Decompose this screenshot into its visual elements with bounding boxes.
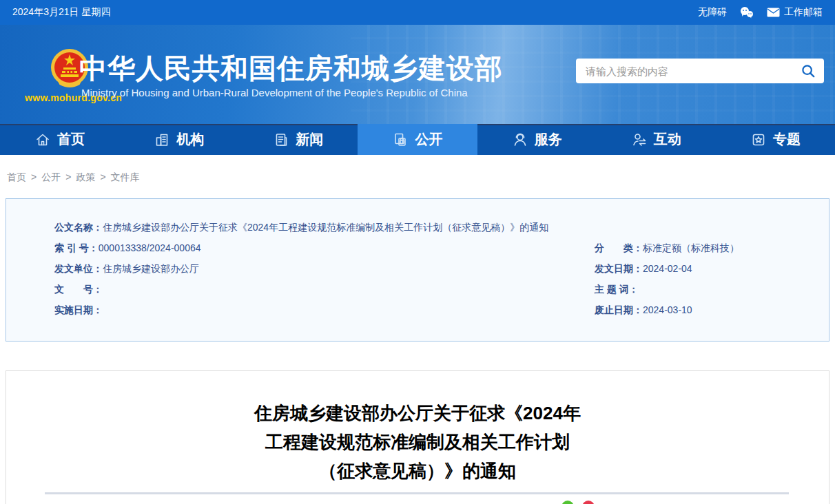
wechat-icon[interactable]: [739, 6, 754, 19]
doc-repeal-date-label: 废止日期：: [595, 304, 643, 315]
breadcrumb-home[interactable]: 首页: [7, 171, 26, 182]
doc-category-label: 分 类：: [595, 242, 643, 253]
doc-name-value: 住房城乡建设部办公厅关于征求《2024年工程建设规范标准编制及相关工作计划（征求…: [103, 222, 548, 233]
breadcrumb: 首页>公开>政策>文件库: [0, 155, 835, 198]
doc-category-row: 分 类：标准定额（标准科技）: [595, 238, 808, 258]
search-icon: [801, 63, 816, 78]
doc-number-label: 文 号：: [54, 284, 103, 295]
nav-label: 新闻: [296, 130, 323, 149]
disclosure-icon: [392, 132, 409, 148]
doc-issue-date-value: 2024-02-04: [643, 263, 692, 274]
nav-item-service[interactable]: 服务: [477, 124, 597, 155]
breadcrumb-separator: >: [31, 171, 37, 182]
doc-implementation-date-label: 实施日期：: [54, 304, 103, 315]
doc-category-value: 标准定额（标准科技）: [643, 242, 739, 253]
work-mailbox-label: 工作邮箱: [784, 6, 823, 19]
doc-name-label: 公文名称：: [54, 222, 103, 233]
search-button[interactable]: [799, 62, 817, 80]
accessibility-link[interactable]: 无障碍: [698, 6, 727, 19]
top-utility-bar: 2024年3月21日 星期四 无障碍 工作邮箱: [0, 0, 835, 25]
topics-icon: [750, 132, 767, 148]
interaction-icon: [631, 132, 648, 148]
home-icon: [34, 132, 51, 148]
doc-subject-label: 主 题 词：: [595, 284, 639, 295]
breadcrumb-policy[interactable]: 政策: [76, 171, 95, 182]
breadcrumb-disclosure[interactable]: 公开: [41, 171, 61, 182]
organization-icon: [154, 132, 170, 148]
doc-index-row: 索 引 号：000013338/2024-00064: [54, 238, 550, 258]
main-navigation: 首页 机构 新闻 公开 服务 互: [0, 124, 835, 155]
service-icon: [512, 132, 528, 148]
doc-issue-date-label: 发文日期：: [595, 263, 643, 274]
weibo-share-icon[interactable]: [582, 501, 595, 504]
nav-label: 首页: [57, 130, 85, 149]
nav-label: 互动: [654, 130, 681, 149]
doc-issuer-label: 发文单位：: [54, 263, 103, 274]
nav-label: 专题: [773, 130, 801, 149]
nav-item-disclosure[interactable]: 公开: [358, 124, 477, 155]
doc-issuer-value: 住房城乡建设部办公厅: [103, 263, 199, 274]
work-mailbox-link[interactable]: 工作邮箱: [767, 6, 823, 19]
topbar-date: 2024年3月21日 星期四: [12, 6, 110, 19]
doc-name-row: 公文名称：住房城乡建设部办公厅关于征求《2024年工程建设规范标准编制及相关工作…: [54, 217, 808, 238]
doc-index-value: 000013338/2024-00064: [99, 242, 201, 253]
news-icon: [273, 132, 289, 148]
nav-item-topics[interactable]: 专题: [716, 124, 835, 155]
nav-item-organization[interactable]: 机构: [119, 124, 238, 155]
mail-icon: [767, 8, 780, 17]
nav-item-interaction[interactable]: 互动: [597, 124, 716, 155]
wechat-share-icon[interactable]: [561, 501, 574, 504]
doc-repeal-date-value: 2024-03-10: [643, 304, 692, 315]
doc-implementation-date-row: 实施日期：: [54, 300, 550, 320]
document-metadata-box: 公文名称：住房城乡建设部办公厅关于征求《2024年工程建设规范标准编制及相关工作…: [6, 198, 829, 342]
doc-issue-date-row: 发文日期：2024-02-04: [595, 258, 808, 279]
article-content-box: 住房城乡建设部办公厅关于征求《2024年 工程建设规范标准编制及相关工作计划 （…: [6, 370, 829, 504]
share-icons: [561, 501, 595, 504]
doc-subject-row: 主 题 词：: [595, 279, 808, 300]
site-banner: www.mohurd.gov.cn 中华人民共和国住房和城乡建设部 Minist…: [0, 25, 835, 124]
site-subtitle: Ministry of Housing and Urban-Rural Deve…: [81, 87, 468, 98]
doc-repeal-date-row: 废止日期：2024-03-10: [595, 300, 808, 320]
article-title: 住房城乡建设部办公厅关于征求《2024年 工程建设规范标准编制及相关工作计划 （…: [6, 399, 829, 485]
breadcrumb-separator: >: [65, 171, 71, 182]
doc-index-label: 索 引 号：: [54, 242, 99, 253]
site-title: 中华人民共和国住房和城乡建设部: [79, 50, 503, 87]
nav-label: 机构: [176, 130, 204, 149]
doc-number-row: 文 号：: [54, 279, 550, 300]
nav-label: 服务: [535, 130, 562, 149]
breadcrumb-separator: >: [100, 171, 105, 182]
search-box: [576, 59, 824, 83]
search-input[interactable]: [586, 65, 799, 77]
nav-item-home[interactable]: 首页: [0, 124, 119, 155]
breadcrumb-library[interactable]: 文件库: [111, 171, 140, 182]
nav-item-news[interactable]: 新闻: [238, 124, 358, 155]
nav-label: 公开: [415, 130, 442, 149]
doc-issuer-row: 发文单位：住房城乡建设部办公厅: [54, 258, 550, 279]
article-divider: [45, 492, 789, 494]
